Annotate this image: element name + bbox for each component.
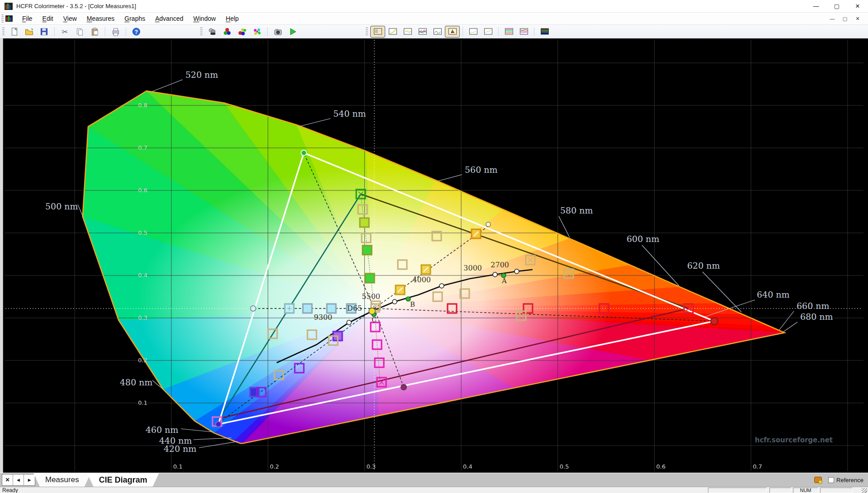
measure-point-circle: [301, 150, 307, 156]
view-color-temp-button[interactable]: [501, 26, 516, 38]
white-center-wash: [0, 38, 868, 473]
left-dock-strip: [0, 38, 3, 473]
close-button[interactable]: ✕: [847, 0, 868, 13]
tab-next-button[interactable]: ▸: [24, 474, 35, 485]
mdi-close-button[interactable]: ✕: [854, 16, 862, 22]
minimize-button[interactable]: —: [806, 0, 826, 13]
measure-grayscale-button[interactable]: [220, 26, 235, 38]
wavelength-leader-line: [78, 204, 83, 217]
view-cie-diagram-icon: [447, 27, 458, 37]
x-axis-tick: 0.5: [560, 463, 569, 470]
illuminant-label: C: [372, 316, 377, 324]
wavelength-label: 580 nm: [560, 205, 593, 215]
maximize-button[interactable]: ▢: [826, 0, 847, 13]
view-uniformity-icon: [483, 27, 493, 37]
menu-graphs[interactable]: Graphs: [119, 13, 150, 24]
svg-text:?: ?: [135, 28, 138, 35]
color-temp-label: 4000: [412, 275, 431, 284]
paste-icon: [90, 27, 100, 37]
menu-help[interactable]: Help: [221, 13, 244, 24]
tab-measures[interactable]: Measures: [33, 473, 91, 487]
menu-view[interactable]: View: [58, 13, 82, 24]
menu-window[interactable]: Window: [189, 13, 221, 24]
sensor-status-icon: [814, 477, 822, 483]
illuminant-label: B: [410, 300, 415, 308]
window-title: HCFR Colorimeter - 3.5.2 - [Color Measur…: [16, 3, 136, 9]
status-panel-2: [769, 488, 791, 493]
view-color-temp-icon: [504, 27, 514, 37]
tab-close-button[interactable]: ✕: [2, 474, 13, 485]
wavelength-label: 460 nm: [146, 425, 179, 435]
print-button[interactable]: [108, 26, 123, 38]
measure-primaries-button[interactable]: [235, 26, 250, 38]
mdi-restore-button[interactable]: ▢: [841, 16, 849, 22]
mdi-minimize-button[interactable]: —: [828, 16, 836, 22]
view-rgb-levels-button[interactable]: [415, 26, 430, 38]
x-axis-tick: 0.7: [753, 463, 762, 470]
menu-edit[interactable]: Edit: [38, 13, 58, 24]
view-near-black-button[interactable]: [400, 26, 415, 38]
cie-1931-diagram[interactable]: 0.10.20.30.40.50.60.70.10.20.30.40.50.60…: [0, 38, 868, 473]
view-measures-grid-button[interactable]: [370, 26, 385, 38]
wavelength-leader-line: [298, 119, 330, 127]
configure-sensor-icon: [207, 27, 217, 37]
view-contrast-button[interactable]: [466, 26, 481, 38]
view-tracking-button[interactable]: [516, 26, 531, 38]
view-tab-bar: ✕ ◂ ▸ Measures CIE Diagram Reference: [0, 473, 868, 487]
wavelength-label: 540 nm: [333, 109, 366, 119]
measure-continuous-button[interactable]: [250, 26, 264, 38]
reference-checkbox[interactable]: [828, 477, 834, 483]
menu-advanced[interactable]: Advanced: [150, 13, 188, 24]
y-axis-tick: 0.1: [138, 399, 147, 406]
toolbar-separator: [534, 27, 534, 36]
toolbar: ✂?: [0, 25, 868, 38]
view-gamma-curve-button[interactable]: [385, 26, 400, 38]
view-spectrum-button[interactable]: [537, 26, 552, 38]
x-axis-tick: 0.6: [656, 463, 666, 470]
view-cie-diagram-button[interactable]: [445, 26, 460, 38]
copy-button[interactable]: [72, 26, 87, 38]
new-document-button[interactable]: [7, 26, 22, 38]
save-file-button[interactable]: [37, 26, 52, 38]
toolbar-separator: [126, 27, 126, 36]
view-luminance-button[interactable]: [430, 26, 445, 38]
help-button[interactable]: ?: [129, 26, 144, 38]
x-axis-tick: 0.2: [270, 463, 279, 470]
run-measures-button[interactable]: [285, 26, 300, 38]
cut-button[interactable]: ✂: [57, 26, 72, 38]
wavelength-leader-line: [783, 322, 797, 332]
tab-cie-diagram[interactable]: CIE Diagram: [87, 473, 159, 487]
capture-button[interactable]: [270, 26, 285, 38]
toolbar-grip: [2, 27, 5, 36]
toolbar-grip: [366, 27, 368, 36]
open-file-button[interactable]: [22, 26, 37, 38]
tab-prev-button[interactable]: ◂: [13, 474, 24, 485]
measure-point-square: [250, 388, 259, 397]
color-temp-marker: [493, 272, 497, 277]
menu-file[interactable]: File: [17, 13, 38, 24]
wavelength-label: 480 nm: [120, 377, 153, 387]
wavelength-label: 520 nm: [185, 70, 218, 80]
configure-sensor-button[interactable]: [205, 26, 220, 38]
color-temp-label: 9300: [314, 313, 332, 322]
new-document-icon: [9, 27, 19, 37]
wavelength-label: 640 nm: [757, 289, 790, 299]
app-icon: [5, 3, 13, 10]
cie-diagram-chart[interactable]: 0.10.20.30.40.50.60.70.10.20.30.40.50.60…: [0, 38, 868, 473]
menubar-grip: [1, 14, 4, 23]
toolbar-separator: [498, 27, 499, 36]
resize-grip[interactable]: [862, 488, 867, 493]
measure-point-square: [363, 246, 372, 255]
hcfr-application-window: HCFR Colorimeter - 3.5.2 - [Color Measur…: [0, 0, 868, 493]
watermark-text: hcfr.sourceforge.net: [755, 436, 833, 444]
measure-point-square: [360, 218, 369, 227]
run-measures-icon: [288, 27, 298, 37]
wavelength-label: 560 nm: [465, 165, 498, 175]
view-uniformity-button[interactable]: [481, 26, 495, 38]
view-measures-grid-icon: [373, 27, 383, 37]
wavelength-label: 660 nm: [797, 301, 830, 311]
menu-measures[interactable]: Measures: [82, 13, 119, 24]
wavelength-label: 680 nm: [800, 312, 833, 322]
paste-button[interactable]: [87, 26, 102, 38]
measure-point-square: [303, 304, 312, 313]
